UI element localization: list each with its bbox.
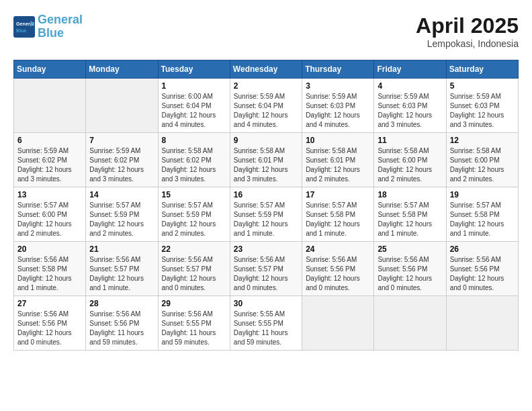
day-number: 25 xyxy=(378,244,442,254)
day-info: Sunrise: 5:59 AM Sunset: 6:04 PM Dayligh… xyxy=(234,92,298,130)
day-info: Sunrise: 5:56 AM Sunset: 5:56 PM Dayligh… xyxy=(17,310,82,347)
day-info: Sunrise: 5:58 AM Sunset: 6:01 PM Dayligh… xyxy=(234,146,298,184)
day-number: 17 xyxy=(306,190,370,199)
day-info: Sunrise: 5:57 AM Sunset: 5:58 PM Dayligh… xyxy=(306,201,370,238)
calendar-cell xyxy=(302,296,374,351)
calendar-cell: 17Sunrise: 5:57 AM Sunset: 5:58 PM Dayli… xyxy=(302,187,374,242)
day-info: Sunrise: 5:56 AM Sunset: 5:56 PM Dayligh… xyxy=(450,255,515,293)
title-block: April 2025 Lempokasi, Indonesia xyxy=(416,13,519,49)
calendar-cell: 23Sunrise: 5:56 AM Sunset: 5:57 PM Dayli… xyxy=(230,242,302,296)
svg-text:Blue: Blue xyxy=(16,28,27,34)
day-info: Sunrise: 5:58 AM Sunset: 6:00 PM Dayligh… xyxy=(378,146,442,184)
day-header-saturday: Saturday xyxy=(446,60,518,79)
calendar-cell: 24Sunrise: 5:56 AM Sunset: 5:56 PM Dayli… xyxy=(302,242,374,296)
calendar-cell: 30Sunrise: 5:55 AM Sunset: 5:55 PM Dayli… xyxy=(230,296,302,351)
calendar-cell: 28Sunrise: 5:56 AM Sunset: 5:56 PM Dayli… xyxy=(86,296,158,351)
day-info: Sunrise: 5:56 AM Sunset: 5:57 PM Dayligh… xyxy=(234,255,298,293)
calendar-cell: 12Sunrise: 5:58 AM Sunset: 6:00 PM Dayli… xyxy=(446,133,518,187)
calendar-cell: 11Sunrise: 5:58 AM Sunset: 6:00 PM Dayli… xyxy=(374,133,446,187)
day-info: Sunrise: 5:56 AM Sunset: 5:55 PM Dayligh… xyxy=(162,310,226,347)
day-number: 29 xyxy=(162,299,226,308)
day-info: Sunrise: 5:57 AM Sunset: 5:58 PM Dayligh… xyxy=(378,201,442,238)
day-number: 11 xyxy=(378,136,442,145)
calendar-cell: 27Sunrise: 5:56 AM Sunset: 5:56 PM Dayli… xyxy=(14,296,86,351)
calendar-cell: 22Sunrise: 5:56 AM Sunset: 5:57 PM Dayli… xyxy=(158,242,230,296)
calendar-cell: 5Sunrise: 5:59 AM Sunset: 6:03 PM Daylig… xyxy=(446,79,518,133)
day-number: 13 xyxy=(17,190,82,199)
calendar-cell: 1Sunrise: 6:00 AM Sunset: 6:04 PM Daylig… xyxy=(158,79,230,133)
calendar-body: 1Sunrise: 6:00 AM Sunset: 6:04 PM Daylig… xyxy=(14,79,519,351)
calendar-cell xyxy=(374,296,446,351)
day-number: 5 xyxy=(450,81,515,91)
day-info: Sunrise: 6:00 AM Sunset: 6:04 PM Dayligh… xyxy=(162,92,226,130)
day-number: 15 xyxy=(162,190,226,199)
day-number: 22 xyxy=(162,244,226,254)
day-number: 4 xyxy=(378,81,442,91)
day-header-row: SundayMondayTuesdayWednesdayThursdayFrid… xyxy=(14,60,519,79)
day-number: 2 xyxy=(234,81,298,91)
day-info: Sunrise: 5:58 AM Sunset: 6:02 PM Dayligh… xyxy=(162,146,226,184)
day-number: 23 xyxy=(234,244,298,254)
day-info: Sunrise: 5:56 AM Sunset: 5:57 PM Dayligh… xyxy=(89,255,154,293)
calendar-cell: 13Sunrise: 5:57 AM Sunset: 6:00 PM Dayli… xyxy=(14,187,86,242)
day-header-thursday: Thursday xyxy=(302,60,374,79)
day-number: 6 xyxy=(17,136,82,145)
calendar-cell: 7Sunrise: 5:59 AM Sunset: 6:02 PM Daylig… xyxy=(86,133,158,187)
day-number: 1 xyxy=(162,81,226,91)
calendar-cell: 20Sunrise: 5:56 AM Sunset: 5:58 PM Dayli… xyxy=(14,242,86,296)
logo-text: General Blue xyxy=(38,13,83,40)
day-number: 10 xyxy=(306,136,370,145)
page-header: General Blue General Blue April 2025 Lem… xyxy=(13,13,519,49)
calendar-cell: 14Sunrise: 5:57 AM Sunset: 5:59 PM Dayli… xyxy=(86,187,158,242)
day-header-monday: Monday xyxy=(86,60,158,79)
calendar-cell: 19Sunrise: 5:57 AM Sunset: 5:58 PM Dayli… xyxy=(446,187,518,242)
day-header-sunday: Sunday xyxy=(14,60,86,79)
day-info: Sunrise: 5:59 AM Sunset: 6:03 PM Dayligh… xyxy=(450,92,515,130)
calendar-cell: 10Sunrise: 5:58 AM Sunset: 6:01 PM Dayli… xyxy=(302,133,374,187)
location: Lempokasi, Indonesia xyxy=(416,38,519,49)
day-header-friday: Friday xyxy=(374,60,446,79)
day-info: Sunrise: 5:57 AM Sunset: 6:00 PM Dayligh… xyxy=(17,201,82,238)
day-info: Sunrise: 5:57 AM Sunset: 5:59 PM Dayligh… xyxy=(162,201,226,238)
month-year: April 2025 xyxy=(416,13,519,38)
day-number: 7 xyxy=(89,136,154,145)
calendar-cell: 15Sunrise: 5:57 AM Sunset: 5:59 PM Dayli… xyxy=(158,187,230,242)
day-info: Sunrise: 5:56 AM Sunset: 5:56 PM Dayligh… xyxy=(378,255,442,293)
calendar-cell: 9Sunrise: 5:58 AM Sunset: 6:01 PM Daylig… xyxy=(230,133,302,187)
day-info: Sunrise: 5:58 AM Sunset: 6:00 PM Dayligh… xyxy=(450,146,515,184)
day-number: 14 xyxy=(89,190,154,199)
day-number: 8 xyxy=(162,136,226,145)
day-number: 18 xyxy=(378,190,442,199)
calendar-cell: 25Sunrise: 5:56 AM Sunset: 5:56 PM Dayli… xyxy=(374,242,446,296)
calendar-cell: 3Sunrise: 5:59 AM Sunset: 6:03 PM Daylig… xyxy=(302,79,374,133)
calendar-cell: 2Sunrise: 5:59 AM Sunset: 6:04 PM Daylig… xyxy=(230,79,302,133)
week-row-3: 13Sunrise: 5:57 AM Sunset: 6:00 PM Dayli… xyxy=(14,187,519,242)
day-info: Sunrise: 5:57 AM Sunset: 5:59 PM Dayligh… xyxy=(89,201,154,238)
day-info: Sunrise: 5:57 AM Sunset: 5:59 PM Dayligh… xyxy=(234,201,298,238)
day-header-tuesday: Tuesday xyxy=(158,60,230,79)
day-number: 28 xyxy=(89,299,154,308)
day-number: 9 xyxy=(234,136,298,145)
day-number: 16 xyxy=(234,190,298,199)
day-info: Sunrise: 5:56 AM Sunset: 5:58 PM Dayligh… xyxy=(17,255,82,293)
day-number: 21 xyxy=(89,244,154,254)
day-info: Sunrise: 5:59 AM Sunset: 6:03 PM Dayligh… xyxy=(378,92,442,130)
day-number: 3 xyxy=(306,81,370,91)
calendar-cell: 4Sunrise: 5:59 AM Sunset: 6:03 PM Daylig… xyxy=(374,79,446,133)
day-info: Sunrise: 5:56 AM Sunset: 5:56 PM Dayligh… xyxy=(306,255,370,293)
week-row-4: 20Sunrise: 5:56 AM Sunset: 5:58 PM Dayli… xyxy=(14,242,519,296)
calendar-cell: 29Sunrise: 5:56 AM Sunset: 5:55 PM Dayli… xyxy=(158,296,230,351)
day-number: 12 xyxy=(450,136,515,145)
logo: General Blue General Blue xyxy=(13,13,83,40)
calendar-cell: 6Sunrise: 5:59 AM Sunset: 6:02 PM Daylig… xyxy=(14,133,86,187)
day-info: Sunrise: 5:59 AM Sunset: 6:02 PM Dayligh… xyxy=(89,146,154,184)
day-info: Sunrise: 5:56 AM Sunset: 5:56 PM Dayligh… xyxy=(89,310,154,347)
calendar-cell xyxy=(86,79,158,133)
day-number: 19 xyxy=(450,190,515,199)
day-info: Sunrise: 5:58 AM Sunset: 6:01 PM Dayligh… xyxy=(306,146,370,184)
day-info: Sunrise: 5:55 AM Sunset: 5:55 PM Dayligh… xyxy=(234,310,298,347)
calendar-cell xyxy=(446,296,518,351)
week-row-1: 1Sunrise: 6:00 AM Sunset: 6:04 PM Daylig… xyxy=(14,79,519,133)
calendar-cell: 21Sunrise: 5:56 AM Sunset: 5:57 PM Dayli… xyxy=(86,242,158,296)
day-info: Sunrise: 5:59 AM Sunset: 6:03 PM Dayligh… xyxy=(306,92,370,130)
